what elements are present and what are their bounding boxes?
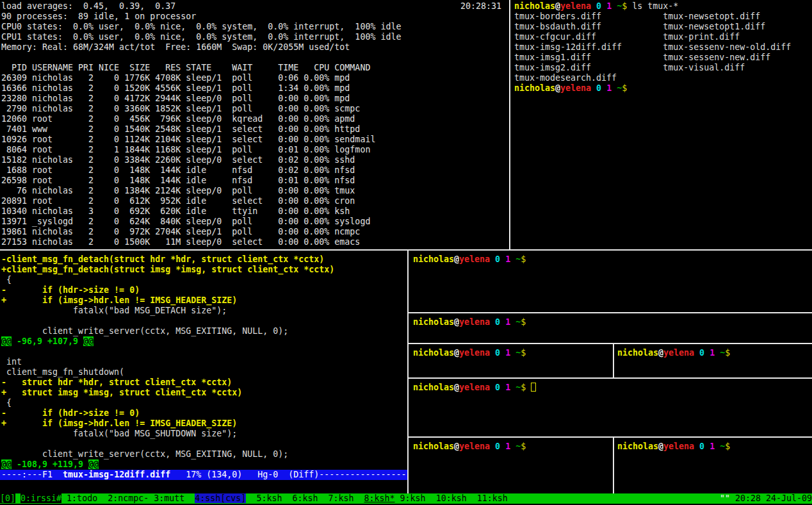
status-clock: 20:28 24-Jul-09 [730,493,812,503]
window-entry-9-ksh[interactable]: 9:ksh [400,493,426,503]
window-entry-6-ksh[interactable]: 6:ksh [292,493,318,503]
top-summary-line: CPU1 states: 0.0% user, 0.0% nice, 0.0% … [1,32,509,42]
prompt-tilde: ~ [720,442,725,451]
diff-change-text: + if (imsg->hdr.len != IMSG_HEADER_SIZE) [1,295,237,305]
prompt-cyan: 0 [490,383,500,392]
process-row: 27153 nicholas 2 0 1500K 11M sleep/0 sel… [1,237,509,247]
diff-context-text: fatalx("bad MSG_SHUTDOWN size"); [1,429,237,438]
pane-border-vertical-bottom[interactable] [407,251,409,493]
window-entry-11-ksh[interactable]: 11:ksh [477,493,508,503]
prompt-cyan: 0 [694,442,704,451]
session-name: [0] [0,493,15,503]
spacer [395,493,400,503]
diff-change-text: - if (hdr->size != 0) [1,408,140,418]
pane-border-horizontal-main[interactable] [0,249,812,251]
diff-line: client_write_server(cctx, MSG_EXITING, N… [1,449,407,459]
spacer [318,493,328,503]
window-entry-7-ksh[interactable]: 7:ksh [328,493,353,503]
diff-hunk-header: @@ [83,336,93,346]
prompt-tilde: ~ [617,1,622,11]
top-summary-line: CPU0 states: 0.0% user, 0.0% nice, 0.0% … [1,22,509,32]
file-list-line: tmux-cfgcur.diff tmux-print.diff [514,32,812,42]
pane-border-h1[interactable] [409,312,812,313]
prompt-at: @ [454,348,459,358]
process-row: 19861 nicholas 2 0 972K 2704K sleep/1 po… [1,227,509,237]
file-list-line: tmux-borders.diff tmux-newsetopt.diff [514,12,812,22]
top-clock: 20:28:31 [460,1,501,12]
window-entry-10-ksh[interactable]: 10:ksh [436,493,467,503]
pane-border-v1[interactable] [613,344,614,377]
prompt-line: nicholas@yelena 0 1 ~$ [413,254,812,265]
window-entry-8-ksh-marked[interactable]: 8:ksh* [364,493,395,503]
shell-ls-pane[interactable]: nicholas@yelena 0 1 ~$ ls tmux-*tmux-bor… [510,0,812,249]
window-entry-5-ksh[interactable]: 5:ksh [256,493,282,503]
prompt-line: nicholas@yelena 0 1 ~$ [413,383,812,393]
spacer [97,493,108,503]
top-pane[interactable]: 20:28:31 load averages: 0.45, 0.39, 0.37… [0,0,509,249]
prompt-user: nicholas [514,1,555,11]
diff-line: - if (hdr->size != 0) [1,285,407,295]
shell-pane-6[interactable]: nicholas@yelena 0 1 ~$ [614,438,812,493]
prompt-line: nicholas@yelena 0 1 ~$ [413,442,613,452]
pane-border-h4[interactable] [409,436,812,438]
prompt-host: yelena [560,83,591,93]
prompt-dollar: $ [521,383,526,392]
shell-pane-3[interactable]: nicholas@yelena 0 1 ~$ [409,344,613,377]
prompt-plain [510,383,516,392]
prompt-plain [612,83,617,93]
pane-border-h3[interactable] [409,377,812,379]
emacs-pane[interactable]: -client_msg_fn_detach(struct hdr *hdr, s… [0,251,407,493]
diff-line: @@ -96,9 +107,9 @@ [1,336,407,347]
diff-line [1,439,407,449]
diff-change-text: -client_msg_fn_detach(struct hdr *hdr, s… [1,254,324,264]
spacer [61,493,67,503]
window-entry-3-mutt[interactable]: 3:mutt [154,493,184,503]
diff-line [1,316,407,326]
process-row: 26598 root 2 0 148K 144K idle nfsd 0:01 … [1,176,509,186]
pane-border-v2[interactable] [613,438,614,493]
pane-border-h2[interactable] [409,343,812,344]
prompt-tilde: ~ [516,317,521,327]
prompt-host: yelena [663,442,694,451]
diff-line: client_write_server(cctx, MSG_EXITING, N… [1,326,407,336]
diff-line: @@ -108,9 +119,9 @@ [1,459,407,470]
spacer [526,383,531,392]
window-entry-1-todo[interactable]: 1:todo [67,493,97,503]
prompt-line: nicholas@yelena 0 1 ~$ [617,442,812,452]
prompt-host: yelena [459,317,490,327]
prompt-user: nicholas [413,383,454,392]
window-entry-2-ncmpc[interactable]: 2:ncmpc- [108,493,149,503]
shell-pane-4[interactable]: nicholas@yelena 0 1 ~$ [614,344,812,377]
prompt-tilde: ~ [720,348,725,358]
pane-border-vertical-top[interactable] [509,0,510,249]
prompt-line: nicholas@yelena 0 1 ~$ [413,317,812,327]
diff-hunk-header: @@ [1,459,12,469]
diff-context-text: { [1,275,12,285]
command-line: nicholas@yelena 0 1 ~$ ls tmux-* [514,1,812,12]
window-entry-0-irssi[interactable]: 0:irssi# [20,493,61,503]
prompt-at: @ [555,1,560,11]
diff-context-text: client_msg_fn_shutdown( [1,367,124,377]
prompt-cyan: 0 [591,1,601,11]
prompt-mag: 1 [704,442,715,451]
file-list-line: tmux-imsg1.diff tmux-sessenv-new.diff [514,53,812,63]
shell-pane-5[interactable]: nicholas@yelena 0 1 ~$ [409,438,613,493]
status-bar: [0] 0:irssi# 1:todo 2:ncmpc- 3:mutt 4:ss… [0,493,812,504]
status-right: "" 20:28 24-Jul-09 [720,493,812,504]
shell-pane-1[interactable]: nicholas@yelena 0 1 ~$ [409,251,812,312]
process-row: 12060 root 2 0 456K 796K sleep/0 kqread … [1,114,509,124]
prompt-dollar: $ [622,1,627,11]
process-row: 7401 www 2 0 1540K 2548K sleep/1 select … [1,124,509,135]
spacer [246,493,256,503]
prompt-user: nicholas [617,442,658,451]
prompt-cyan: 0 [490,442,500,451]
prompt-plain [715,442,720,451]
diff-hunk-header: @@ [88,459,99,469]
process-row: 10340 nicholas 3 0 692K 620K idle ttyin … [1,206,509,217]
shell-pane-2[interactable]: nicholas@yelena 0 1 ~$ [409,313,812,343]
prompt-cyan: 0 [490,317,500,327]
window-entry-4-ssh-current[interactable]: 4:ssh[cvs] [195,493,246,503]
diff-line: fatalx("bad MSG_DETACH size"); [1,306,407,316]
prompt-user: nicholas [617,348,658,358]
shell-pane-active[interactable]: nicholas@yelena 0 1 ~$ [409,379,812,436]
